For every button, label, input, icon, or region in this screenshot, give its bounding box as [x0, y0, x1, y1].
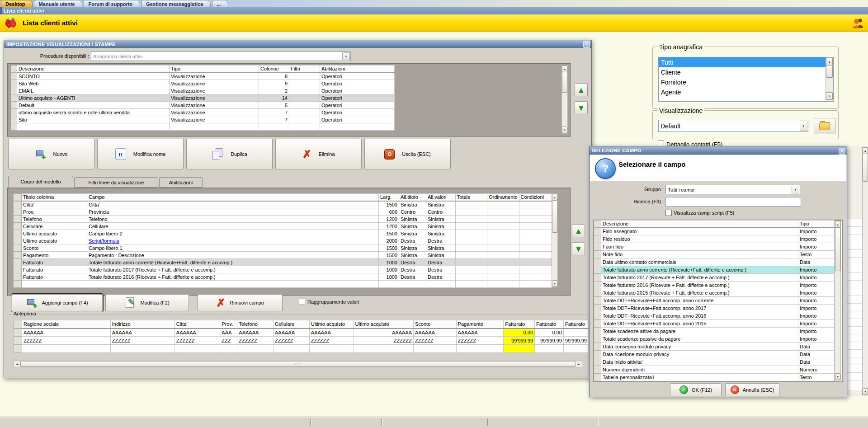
fields-list-vscrollbar[interactable]: ▲ ▼ — [835, 221, 841, 380]
scroll-left-icon[interactable]: ◀ — [14, 361, 20, 367]
scroll-thumb[interactable] — [552, 200, 557, 233]
table-row[interactable]: Ultimo acquistoScript/formula2000DestraD… — [14, 237, 552, 244]
table-row[interactable]: Ultimo acquisto - AGENTIVisualizzazione1… — [11, 94, 395, 102]
table-row[interactable]: Tabella personalizzata1Testo — [594, 374, 835, 381]
table-row[interactable]: Totale DDT+Ricevute+Fatt.accomp. anno 20… — [594, 320, 835, 328]
scroll-down-icon[interactable]: ▼ — [562, 127, 567, 133]
procedures-combobox[interactable]: Anagrafica clienti attivi ▼ — [91, 52, 351, 61]
tab-filtri-linee-da-visualizzare[interactable]: Filtri linee da visualizzare — [74, 177, 158, 188]
table-row[interactable]: Totale fatturato 2015 (Ricevute + Fatt. … — [594, 289, 835, 297]
preview-hscrollbar[interactable]: ◀ :::::: ▶ — [14, 361, 582, 367]
scroll-thumb[interactable] — [835, 227, 840, 271]
table-row[interactable]: EMAILVisualizzazione2Operatori — [11, 87, 395, 94]
move-down-button[interactable]: ▼ — [575, 101, 588, 114]
script-formula-link[interactable]: Script/formula — [89, 238, 119, 244]
button-modifica-nome[interactable]: nModifica nome — [97, 139, 184, 169]
scroll-up-icon[interactable]: ▲ — [562, 66, 567, 72]
vscrollbar[interactable]: ▲▼ — [561, 65, 568, 134]
button-elimina[interactable]: ✗Elimina — [275, 139, 362, 169]
table-row[interactable]: Totale scadenze passive da pagareImporto — [594, 335, 835, 343]
button-aggiungi-campo-f4[interactable]: +Aggiungi campo (F4) — [12, 294, 103, 311]
scroll-up-icon[interactable]: ▲ — [826, 58, 833, 66]
scroll-right-icon[interactable]: ▶ — [576, 361, 582, 367]
table-row[interactable] — [14, 281, 552, 288]
scroll-thumb[interactable] — [562, 72, 567, 93]
close-icon[interactable]: ✕ — [583, 41, 590, 48]
table-row[interactable]: ScontoCampo libero 11500SinistraSinistra — [14, 244, 552, 252]
open-view-button[interactable] — [814, 118, 835, 134]
scroll-down-icon[interactable]: ▼ — [552, 280, 557, 287]
scroll-down-icon[interactable]: ▼ — [826, 92, 833, 100]
table-row[interactable]: FatturatoTotale fatturato 2017 (Ricevute… — [14, 266, 552, 273]
tipo-list-vscrollbar[interactable]: ▲▼ — [826, 57, 833, 100]
tab-gestione-messaggistica[interactable]: Gestione messaggistica — [142, 0, 211, 7]
button-rimuovi-campo[interactable]: ✗Rimuovi campo — [198, 294, 283, 311]
move-up-button[interactable]: ▲ — [575, 83, 588, 96]
table-row[interactable]: Note fidoTesto — [594, 251, 835, 258]
list-item-cliente[interactable]: Cliente — [659, 67, 833, 77]
vscrollbar[interactable]: ▲▼ — [552, 193, 558, 287]
tab-corpo-del-modello[interactable]: Corpo del modello — [8, 176, 73, 188]
ok-button[interactable]: ✓ OK (F12) — [670, 383, 722, 396]
tab-forum-di-supporto[interactable]: Forum di supporto — [84, 0, 140, 7]
table-row[interactable] — [14, 345, 589, 353]
list-item-tutti[interactable]: Tutti — [659, 57, 833, 67]
table-row[interactable]: Fuori fidoImporto — [594, 243, 835, 251]
table-row[interactable]: Totale DDT+Ricevute+Fatt.accomp. anno 20… — [594, 305, 835, 312]
background-vscrollbar[interactable]: ▲ ▼ — [862, 147, 868, 395]
ricerca-input[interactable] — [665, 197, 801, 206]
table-row[interactable] — [11, 123, 395, 131]
button-duplica[interactable]: Duplica — [186, 139, 273, 169]
scroll-thumb[interactable] — [826, 65, 833, 78]
tab-abilitazioni[interactable]: Abilitazioni — [159, 177, 203, 188]
table-row[interactable]: Sito WebVisualizzazione9Operatori — [11, 80, 395, 87]
table-row[interactable]: Numero dipendentiNumero — [594, 366, 835, 374]
table-row[interactable]: Data consegna modulo privacyData — [594, 343, 835, 351]
button-uscita-esc[interactable]: OUscita (ESC) — [364, 139, 451, 169]
table-row[interactable]: Totale DDT+Ricevute+Fatt.accomp. anno co… — [594, 297, 835, 305]
field-move-down-button[interactable]: ▼ — [572, 242, 585, 255]
scroll-down-icon[interactable]: ▼ — [835, 373, 840, 380]
table-row[interactable]: TelefonoTelefono1200SinistraSinistra — [14, 216, 552, 223]
hscroll-thumb[interactable]: :::::: — [20, 361, 576, 367]
table-row[interactable]: Citta'Citta'1500SinistraSinistra — [14, 201, 552, 208]
table-row[interactable]: Totale fatturato 2016 (Ricevute + Fatt. … — [594, 282, 835, 289]
dialog-title-bar[interactable]: IMPOSTAZIONE VISUALIZZAZIONI / STAMPE — [4, 40, 591, 48]
raggruppamento-checkbox[interactable] — [299, 299, 305, 305]
users-icon[interactable] — [852, 17, 864, 29]
tab-desktop[interactable]: Desktop — [1, 0, 33, 7]
scroll-thumb[interactable] — [863, 154, 868, 182]
table-row[interactable]: CellulareCellulare1200SinistraSinistra — [14, 223, 552, 230]
chevron-down-icon[interactable]: ▼ — [800, 121, 807, 131]
table-row[interactable]: ultimo acquisto senza sconto e note ulti… — [11, 109, 395, 116]
scroll-down-icon[interactable]: ▼ — [863, 388, 868, 395]
table-row[interactable]: Totale DDT+Ricevute+Fatt.accomp. anno 20… — [594, 312, 835, 320]
table-row[interactable]: Fido residuoImporto — [594, 235, 835, 243]
button-nuovo[interactable]: +Nuovo — [8, 139, 94, 169]
table-row[interactable]: Totale fatturato anno corrente (Ricevute… — [594, 266, 835, 274]
annulla-button[interactable]: ✕ Annulla (ESC) — [725, 383, 779, 396]
scroll-up-icon[interactable]: ▲ — [835, 221, 840, 228]
dialog-title-bar[interactable]: SELEZIONE CAMPO — [590, 146, 847, 155]
table-row[interactable]: Data ricezione modulo privacyData — [594, 351, 835, 358]
table-row[interactable]: Fido assegnatoImporto — [594, 228, 835, 235]
table-row[interactable]: Data inizio attivita'Data — [594, 358, 835, 366]
table-row[interactable]: DefaultVisualizzazione5Operatori — [11, 102, 395, 109]
chevron-down-icon[interactable]: ▼ — [792, 186, 799, 193]
scroll-up-icon[interactable]: ▲ — [552, 194, 557, 201]
table-row[interactable]: Totale fatturato 2017 (Ricevute + Fatt. … — [594, 274, 835, 282]
list-item-fornitore[interactable]: Fornitore — [659, 77, 833, 87]
table-row[interactable]: PagamentoPagamento : Descrizione1500Sini… — [14, 252, 552, 259]
visualizzazione-combobox[interactable]: Default ▼ — [658, 120, 808, 132]
table-row[interactable]: FatturatoTotale fatturato anno corrente … — [14, 259, 552, 266]
gruppo-combobox[interactable]: Tutti i campi ▼ — [665, 185, 800, 194]
table-row[interactable]: FatturatoTotale fatturato 2016 (Ricevute… — [14, 273, 552, 281]
table-row[interactable]: Data ultimo contatto commercialeData — [594, 258, 835, 266]
list-item-agente[interactable]: Agente — [659, 87, 833, 97]
table-row[interactable]: SCONTOVisualizzazione8Operatori — [11, 73, 395, 80]
table-row[interactable]: SitoVisualizzazione7Operatori — [11, 116, 395, 123]
table-row[interactable]: Totale scadenze attive da pagareImporto — [594, 328, 835, 335]
button-modifica-f2[interactable]: ✎Modifica (F2) — [105, 294, 189, 311]
field-move-up-button[interactable]: ▲ — [572, 224, 585, 237]
table-row[interactable]: Ultimo acquistoCampo libero 21500Sinistr… — [14, 230, 552, 237]
